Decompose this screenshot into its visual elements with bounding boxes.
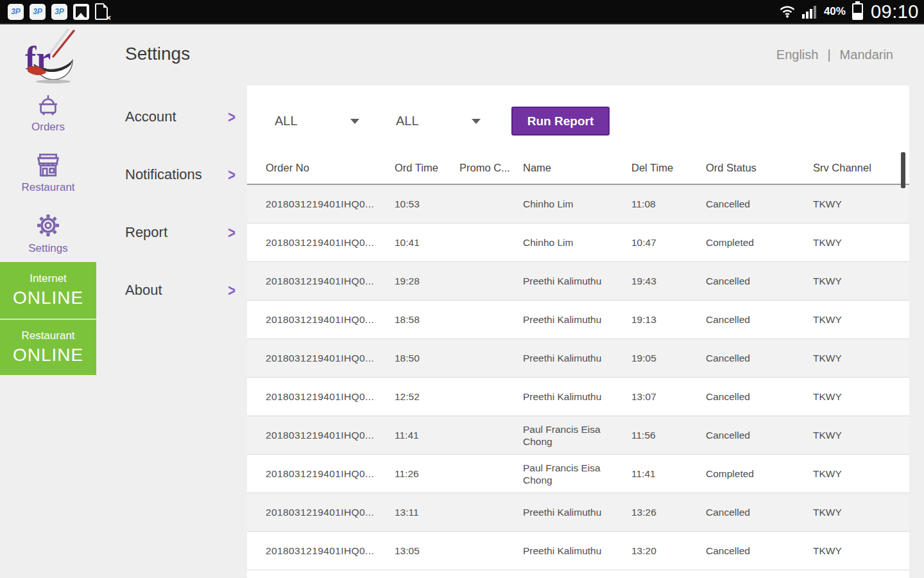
cell-order-no: 2018031219401IHQ0... — [266, 507, 395, 518]
cell-del-time: 19:13 — [631, 314, 706, 326]
run-report-button[interactable]: Run Report — [511, 107, 610, 136]
foodrazor-logo-icon: fr — [17, 27, 79, 89]
table-row[interactable]: 2018031219401IHQ0... 12:52 Preethi Kalim… — [247, 378, 909, 416]
cell-del-time: 11:56 — [631, 430, 706, 441]
cell-order-no: 2018031219401IHQ0... — [266, 430, 395, 441]
report-panel: ALL ALL Run Report Order No Ord Time Pro… — [247, 85, 909, 578]
cell-order-no: 2018031219401IHQ0... — [266, 198, 395, 210]
app-logo: fr — [17, 27, 79, 91]
language-english-link[interactable]: English — [776, 48, 819, 62]
table-row[interactable]: 2018031219401IHQ0... 11:26 Paul Francis … — [247, 455, 909, 493]
cell-ord-time: 13:11 — [395, 507, 459, 518]
cell-name: Preethi Kalimuthu — [523, 352, 631, 364]
page-title: Settings — [125, 44, 190, 64]
column-header-ord-time: Ord Time — [395, 162, 459, 174]
filter-dropdown-value: ALL — [275, 114, 298, 128]
battery-percentage: 40% — [824, 5, 846, 18]
cell-ord-status: Cancelled — [706, 545, 813, 557]
notification-app-icon: 3P — [30, 4, 46, 20]
cell-ord-status: Completed — [706, 237, 813, 249]
cell-ord-time: 11:26 — [395, 468, 459, 480]
language-separator: | — [827, 48, 830, 62]
settings-gear-icon — [35, 213, 61, 238]
table-row[interactable]: 2018031219401IHQ0... 19:28 Preethi Kalim… — [247, 262, 909, 301]
orders-table-header: Order No Ord Time Promo C... Name Del Ti… — [247, 152, 909, 185]
system-status-area: 40% 09:10 — [779, 1, 919, 22]
cell-srv-channel: TKWY — [813, 314, 909, 326]
sidebar-item-label: Restaurant — [0, 181, 96, 194]
restaurant-storefront-icon — [34, 153, 62, 177]
document-error-icon: × — [95, 3, 108, 20]
cell-del-time: 19:05 — [631, 353, 706, 364]
cell-srv-channel: TKWY — [813, 545, 909, 557]
wifi-icon — [779, 4, 796, 19]
filter-dropdown-value: ALL — [396, 114, 419, 128]
cell-name: Preethi Kalimuthu — [523, 390, 631, 403]
table-row[interactable]: 2018031219401IHQ0... 13:11 Preethi Kalim… — [247, 493, 909, 532]
table-row[interactable]: 2018031219401IHQ0... 10:53 Chinho Lim 11… — [247, 185, 909, 223]
cell-ord-time: 10:53 — [395, 198, 459, 210]
sidebar-item-settings[interactable]: Settings — [0, 213, 96, 255]
menu-item-about[interactable]: About > — [125, 279, 235, 302]
app-screen: 3P 3P 3P × 40% 09:10 — [0, 0, 924, 578]
cell-ord-time: 11:41 — [395, 430, 459, 441]
menu-item-label: About — [125, 282, 162, 299]
menu-item-notifications[interactable]: Notifications > — [125, 163, 235, 186]
orders-pot-icon — [35, 94, 62, 117]
cell-ord-status: Cancelled — [706, 276, 813, 287]
table-row[interactable]: 2018031219401IHQ0... 18:50 Preethi Kalim… — [247, 339, 909, 378]
menu-item-label: Account — [125, 109, 176, 125]
cell-order-no: 2018031219401IHQ0... — [266, 468, 395, 480]
language-switcher: English | Mandarin — [776, 48, 893, 62]
cell-ord-status: Completed — [706, 468, 813, 480]
orders-table-rows: 2018031219401IHQ0... 10:53 Chinho Lim 11… — [247, 185, 909, 578]
chevron-right-icon: > — [228, 223, 235, 242]
cell-srv-channel: TKWY — [813, 430, 909, 441]
table-row[interactable]: 2018031219401IHQ0... 11:41 Paul Francis … — [247, 416, 909, 455]
filter-dropdown-1[interactable]: ALL — [275, 114, 359, 128]
cell-srv-channel: TKWY — [813, 276, 909, 287]
app-body: fr Orders — [0, 24, 924, 578]
table-row[interactable]: 2018031219401IHQ0... 13:05 Preethi Kalim… — [247, 532, 909, 570]
cell-del-time: 13:20 — [631, 545, 706, 557]
android-status-bar[interactable]: 3P 3P 3P × 40% 09:10 — [0, 0, 924, 24]
chevron-right-icon: > — [228, 108, 235, 127]
status-box-state: ONLINE — [0, 288, 96, 308]
cell-del-time: 13:07 — [631, 391, 706, 403]
cell-name: Paul Francis Eisa Chong — [523, 423, 631, 448]
cell-name: Preethi Kalimuthu — [523, 275, 631, 287]
menu-item-report[interactable]: Report > — [125, 221, 235, 244]
sidebar-item-label: Settings — [0, 242, 96, 255]
notification-area: 3P 3P 3P × — [8, 3, 108, 20]
notification-app-icon: 3P — [8, 4, 24, 20]
table-row[interactable]: 2018031219401IHQ0... 10:41 Chinho Lim 10… — [247, 223, 909, 262]
dropdown-arrow-icon — [350, 119, 359, 124]
language-mandarin-link[interactable]: Mandarin — [840, 48, 893, 62]
sidebar-item-restaurant[interactable]: Restaurant — [0, 153, 96, 194]
scrollbar-thumb[interactable] — [901, 152, 905, 188]
filter-dropdown-2[interactable]: ALL — [396, 114, 481, 128]
cell-ord-status: Cancelled — [706, 198, 813, 210]
cell-ord-status: Cancelled — [706, 353, 813, 364]
sidebar-item-orders[interactable]: Orders — [0, 94, 96, 134]
notification-app-icon: 3P — [51, 4, 67, 20]
internet-status-box: Internet ONLINE — [0, 262, 96, 319]
chevron-right-icon: > — [228, 281, 235, 300]
cell-ord-time: 19:28 — [395, 276, 459, 287]
column-header-promo-code: Promo C... — [459, 162, 523, 174]
cell-name: Preethi Kalimuthu — [523, 545, 631, 557]
cell-name: Paul Francis Eisa Chong — [523, 462, 631, 486]
cell-del-time: 11:41 — [631, 468, 706, 480]
menu-item-account[interactable]: Account > — [125, 105, 235, 128]
menu-item-label: Notifications — [125, 166, 202, 183]
cell-ord-time: 12:52 — [395, 391, 459, 403]
table-row[interactable]: 2018031219401IHQ0... 18:58 Preethi Kalim… — [247, 301, 909, 339]
cell-srv-channel: TKWY — [813, 198, 909, 210]
cell-del-time: 10:47 — [631, 237, 706, 249]
cell-order-no: 2018031219401IHQ0... — [266, 314, 395, 326]
cell-del-time: 19:43 — [631, 276, 706, 287]
cell-srv-channel: TKWY — [813, 468, 909, 480]
cell-ord-status: Cancelled — [706, 430, 813, 441]
status-box-label: Restaurant — [0, 329, 96, 342]
cell-order-no: 2018031219401IHQ0... — [266, 276, 395, 287]
